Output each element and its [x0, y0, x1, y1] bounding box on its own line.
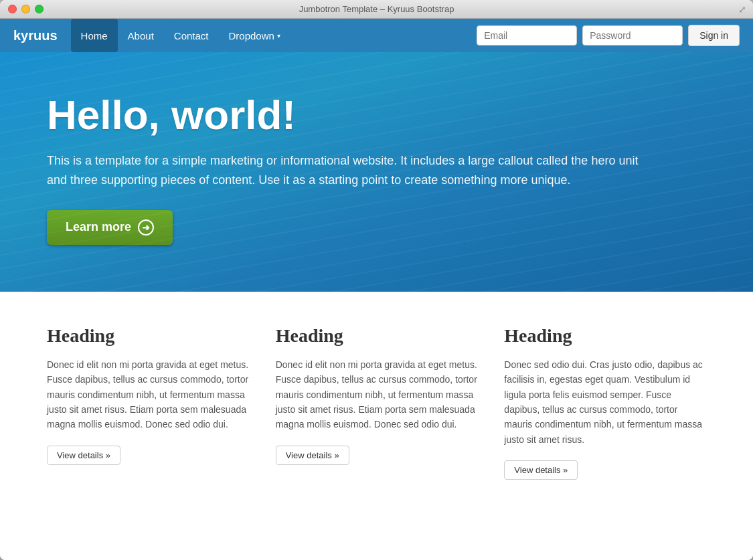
columns-container: Heading Donec id elit non mi porta gravi… — [47, 325, 706, 480]
view-details-button-2[interactable]: View details » — [276, 446, 349, 465]
nav-link-home[interactable]: Home — [71, 19, 118, 52]
password-input[interactable] — [582, 25, 683, 45]
resize-icon: ⤢ — [738, 4, 746, 15]
signin-button[interactable]: Sign in — [688, 25, 740, 46]
view-details-button-1[interactable]: View details » — [47, 446, 120, 465]
nav-link-dropdown[interactable]: Dropdown ▾ — [219, 19, 290, 52]
hero-heading: Hello, world! — [47, 92, 706, 138]
column-2: Heading Donec id elit non mi porta gravi… — [276, 325, 478, 480]
learn-more-button[interactable]: Learn more ➜ — [47, 210, 173, 245]
nav-menu: Home About Contact Dropdown ▾ — [71, 19, 290, 52]
learn-more-label: Learn more — [66, 220, 131, 234]
nav-item-dropdown: Dropdown ▾ — [219, 19, 290, 52]
close-button[interactable] — [8, 5, 17, 13]
minimize-button[interactable] — [21, 5, 30, 13]
column-3: Heading Donec sed odio dui. Cras justo o… — [504, 325, 706, 480]
jumbotron: Hello, world! This is a template for a s… — [0, 52, 753, 292]
column-1-heading: Heading — [47, 325, 249, 347]
navbar-right: Sign in — [477, 25, 740, 46]
maximize-button[interactable] — [35, 5, 44, 13]
column-2-body: Donec id elit non mi porta gravida at eg… — [276, 357, 478, 432]
navbar-left: kyruus Home About Contact Dropdown ▾ — [13, 19, 290, 52]
dropdown-caret-icon: ▾ — [277, 32, 280, 39]
email-input[interactable] — [477, 25, 577, 45]
hero-description: This is a template for a simple marketin… — [47, 151, 649, 190]
nav-item-home: Home — [71, 19, 118, 52]
nav-item-contact: Contact — [164, 19, 219, 52]
browser-window: Jumbotron Template – Kyruus Bootstrap ⤢ … — [0, 0, 753, 560]
titlebar: Jumbotron Template – Kyruus Bootstrap ⤢ — [0, 0, 753, 19]
view-details-button-3[interactable]: View details » — [504, 460, 578, 480]
nav-link-contact[interactable]: Contact — [164, 19, 219, 52]
column-3-body: Donec sed odio dui. Cras justo odio, dap… — [504, 357, 706, 447]
navbar: kyruus Home About Contact Dropdown ▾ — [0, 19, 753, 52]
brand-logo[interactable]: kyruus — [13, 28, 58, 43]
column-3-heading: Heading — [504, 325, 706, 347]
column-1: Heading Donec id elit non mi porta gravi… — [47, 325, 249, 480]
window-title: Jumbotron Template – Kyruus Bootstrap — [299, 4, 454, 14]
nav-item-about: About — [118, 19, 164, 52]
arrow-icon: ➜ — [138, 219, 154, 236]
column-2-heading: Heading — [276, 325, 478, 347]
content-area: Heading Donec id elit non mi porta gravi… — [0, 292, 753, 560]
nav-link-about[interactable]: About — [118, 19, 164, 52]
traffic-lights — [8, 5, 44, 13]
column-1-body: Donec id elit non mi porta gravida at eg… — [47, 357, 249, 432]
